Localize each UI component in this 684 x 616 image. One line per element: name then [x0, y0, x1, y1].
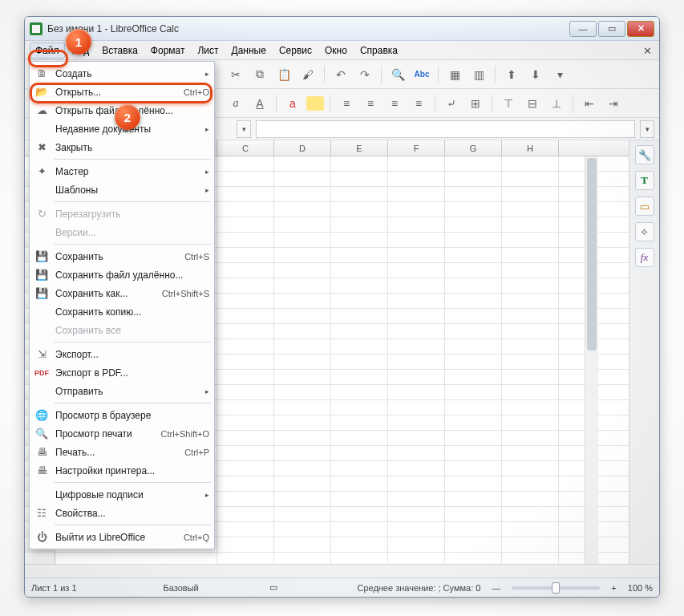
formula-input[interactable] [256, 120, 635, 138]
valign-mid-icon[interactable]: ⊟ [522, 93, 543, 114]
menu-close[interactable]: ✖Закрыть [31, 138, 212, 156]
col-header[interactable]: F [388, 140, 445, 156]
underline-icon[interactable]: A [249, 93, 270, 114]
indent-dec-icon[interactable]: ⇤ [579, 93, 600, 114]
menu-data[interactable]: Данные [226, 43, 272, 59]
menu-exit[interactable]: ⏻Выйти из LibreOfficeCtrl+Q [31, 528, 212, 546]
menu-print[interactable]: 🖶Печать...Ctrl+P [31, 443, 212, 461]
menu-print-preview[interactable]: 🔍Просмотр печатиCtrl+Shift+O [31, 424, 212, 443]
functions-panel-icon[interactable]: fx [635, 248, 654, 267]
italic-icon[interactable]: a [225, 93, 246, 114]
exit-icon: ⏻ [33, 530, 51, 545]
maximize-button[interactable]: ▭ [598, 21, 625, 37]
menu-format[interactable]: Формат [145, 43, 191, 59]
col-header[interactable]: H [502, 140, 559, 156]
menu-new[interactable]: 🗎Создать▸ [31, 64, 212, 83]
col-header[interactable]: C [217, 140, 274, 156]
sort-desc-icon[interactable]: ⬇ [525, 64, 546, 85]
menu-help[interactable]: Справка [354, 43, 403, 59]
format-paint-icon[interactable]: 🖌 [297, 64, 318, 85]
status-sheet: Лист 1 из 1 [31, 583, 77, 593]
row-icon[interactable]: ▦ [444, 64, 465, 85]
submenu-arrow-icon: ▸ [205, 70, 209, 78]
menu-templates[interactable]: Шаблоны▸ [31, 180, 212, 199]
paste-icon[interactable]: 📋 [273, 64, 294, 85]
menu-tools[interactable]: Сервис [273, 43, 318, 59]
col-icon[interactable]: ▥ [468, 64, 489, 85]
status-summary: Среднее значение: ; Сумма: 0 [357, 583, 480, 593]
sort-asc-icon[interactable]: ⬆ [501, 64, 522, 85]
align-center-icon[interactable]: ≡ [360, 93, 381, 114]
menu-save-as[interactable]: 💾Сохранить как...Ctrl+Shift+S [31, 284, 212, 302]
menu-save-remote[interactable]: 💾Сохранить файл удалённо... [31, 265, 212, 284]
col-header[interactable]: G [445, 140, 502, 156]
submenu-arrow-icon: ▸ [205, 491, 209, 499]
col-header[interactable]: E [331, 140, 388, 156]
menu-send[interactable]: Отправить▸ [31, 382, 212, 400]
menu-bar: Файл Вид Вставка Формат Лист Данные Серв… [25, 41, 659, 60]
menu-save[interactable]: 💾СохранитьCtrl+S [31, 247, 212, 265]
export-icon: ⇲ [33, 347, 51, 362]
wrap-icon[interactable]: ⤶ [441, 93, 462, 114]
close-document-button[interactable]: ✕ [640, 43, 654, 58]
undo-icon[interactable]: ↶ [330, 64, 351, 85]
printer-icon: 🖶 [33, 445, 51, 460]
horizontal-scrollbar[interactable] [25, 564, 659, 578]
valign-top-icon[interactable]: ⊤ [498, 93, 519, 114]
menu-save-copy[interactable]: Сохранить копию... [31, 302, 212, 321]
valign-bot-icon[interactable]: ⊥ [546, 93, 567, 114]
close-button[interactable]: ✕ [627, 21, 654, 37]
menu-sheet[interactable]: Лист [192, 43, 224, 59]
save-remote-icon: 💾 [33, 268, 51, 282]
doc-new-icon: 🗎 [33, 67, 51, 81]
app-icon [30, 22, 42, 35]
styles-panel-icon[interactable]: T [635, 171, 654, 190]
spellcheck-icon[interactable]: Abc [411, 64, 432, 85]
properties-icon: ☷ [33, 506, 51, 521]
globe-icon: 🌐 [33, 408, 51, 423]
navigator-panel-icon[interactable]: ✧ [635, 222, 654, 241]
merge-icon[interactable]: ⊞ [465, 93, 486, 114]
title-bar: Без имени 1 - LibreOffice Calc — ▭ ✕ [25, 17, 659, 41]
formula-dropdown-icon[interactable]: ▾ [237, 120, 251, 138]
zoom-slider[interactable] [512, 586, 600, 590]
copy-icon[interactable]: ⧉ [249, 64, 270, 85]
vertical-scrollbar[interactable] [585, 156, 598, 564]
submenu-arrow-icon: ▸ [205, 168, 209, 176]
status-bar: Лист 1 из 1 Базовый ▭ Среднее значение: … [25, 578, 659, 597]
status-zoom: 100 % [628, 583, 653, 593]
menu-file[interactable]: Файл [30, 43, 65, 59]
menu-window[interactable]: Окно [319, 43, 353, 59]
menu-digital-sig[interactable]: Цифровые подписи▸ [31, 485, 212, 504]
align-right-icon[interactable]: ≡ [384, 93, 405, 114]
indent-inc-icon[interactable]: ⇥ [603, 93, 624, 114]
file-menu-dropdown: 🗎Создать▸ 📂Открыть...Ctrl+O ☁Открыть фай… [29, 61, 215, 549]
font-color-icon[interactable]: a [282, 93, 303, 114]
gallery-panel-icon[interactable]: ▭ [635, 197, 654, 216]
find-icon[interactable]: 🔍 [387, 64, 408, 85]
redo-icon[interactable]: ↷ [354, 64, 375, 85]
menu-preview-browser[interactable]: 🌐Просмотр в браузере [31, 406, 212, 424]
col-header[interactable]: D [274, 140, 331, 156]
highlight-icon[interactable] [306, 96, 324, 111]
align-left-icon[interactable]: ≡ [336, 93, 357, 114]
cut-icon[interactable]: ✂ [225, 64, 246, 85]
minimize-button[interactable]: — [569, 21, 597, 37]
menu-insert[interactable]: Вставка [96, 43, 144, 59]
menu-wizard[interactable]: ✦Мастер▸ [31, 162, 212, 180]
sidebar: 🔧 T ▭ ✧ fx [629, 140, 659, 564]
menu-export-pdf[interactable]: PDFЭкспорт в PDF... [31, 363, 212, 382]
formula-expand-icon[interactable]: ▾ [640, 120, 654, 138]
menu-printer-settings[interactable]: 🖶Настройки принтера... [31, 461, 212, 480]
properties-panel-icon[interactable]: 🔧 [635, 145, 654, 164]
menu-open[interactable]: 📂Открыть...Ctrl+O [31, 83, 212, 101]
save-as-icon: 💾 [33, 286, 51, 301]
reload-icon: ↻ [33, 207, 51, 221]
menu-properties[interactable]: ☷Свойства... [31, 504, 212, 522]
submenu-arrow-icon: ▸ [205, 186, 209, 194]
align-justify-icon[interactable]: ≡ [408, 93, 429, 114]
menu-export[interactable]: ⇲Экспорт... [31, 345, 212, 363]
callout-2: 2 [115, 104, 140, 130]
submenu-arrow-icon: ▸ [205, 125, 209, 133]
filter-icon[interactable]: ▾ [549, 64, 570, 85]
